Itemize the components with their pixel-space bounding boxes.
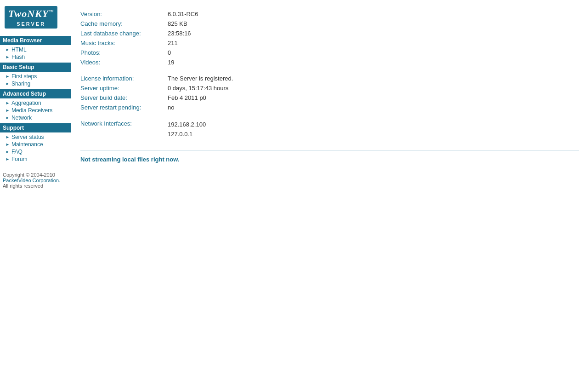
nav-item-faq[interactable]: ► FAQ [0, 148, 71, 155]
info-row: Cache memory:825 KB [80, 19, 202, 29]
spacer-row [80, 67, 202, 74]
info-value: 825 KB [168, 19, 202, 29]
license-value: no [168, 103, 237, 112]
divider [80, 150, 579, 150]
arrow-icon: ► [6, 108, 10, 113]
section-advanced-setup: Advanced Setup [0, 89, 71, 98]
nav-link-media-receivers[interactable]: Media Receivers [11, 107, 52, 114]
nav-link-aggregation[interactable]: Aggregation [11, 100, 41, 106]
info-value: 211 [168, 38, 202, 48]
section-basic-setup: Basic Setup [0, 63, 71, 72]
info-label: Cache memory: [80, 19, 168, 29]
info-label: Music tracks: [80, 38, 168, 48]
arrow-icon: ► [6, 157, 10, 161]
arrow-icon: ► [6, 135, 10, 139]
license-table: License information:The Server is regist… [80, 74, 237, 119]
logo-box: TwoNKY™ SERVER [5, 6, 57, 29]
copyright: Copyright © 2004-2010 PacketVideo Corpor… [0, 167, 71, 193]
info-label: Last database change: [80, 29, 168, 38]
license-row: Server uptime:0 days, 15:17:43 hours [80, 83, 237, 93]
nav-link-first-steps[interactable]: First steps [11, 73, 37, 80]
nav-item-flash[interactable]: ► Flash [0, 53, 71, 61]
arrow-icon: ► [6, 55, 10, 59]
license-row: Server build date:Feb 4 2011 p0 [80, 93, 237, 103]
nav-link-faq[interactable]: FAQ [11, 149, 23, 155]
nav-item-server-status[interactable]: ► Server status [0, 133, 71, 141]
nav-link-flash[interactable]: Flash [11, 54, 25, 60]
nav-item-first-steps[interactable]: ► First steps [0, 73, 71, 80]
nav-link-maintenance[interactable]: Maintenance [11, 141, 43, 148]
sidebar: TwoNKY™ SERVER Media Browser ► HTML ► Fl… [0, 0, 71, 368]
info-row: Last database change:23:58:16 [80, 29, 202, 38]
license-row: License information:The Server is regist… [80, 74, 237, 83]
nav-item-aggregation[interactable]: ► Aggregation [0, 99, 71, 107]
arrow-icon: ► [6, 150, 10, 154]
arrow-icon: ► [6, 142, 10, 147]
logo-server: SERVER [8, 20, 54, 27]
license-label: Server uptime: [80, 83, 168, 93]
nav-link-forum[interactable]: Forum [11, 156, 28, 162]
nav-link-server-status[interactable]: Server status [11, 134, 44, 140]
copyright-company[interactable]: PacketVideo Corporation. [3, 178, 60, 183]
nav-item-html[interactable]: ► HTML [0, 46, 71, 53]
arrow-icon: ► [6, 74, 10, 79]
license-label: Server restart pending: [80, 103, 168, 112]
network-ips: 192.168.2.100127.0.0.1 [168, 119, 209, 141]
info-value: 6.0.31-RC6 [168, 9, 202, 19]
info-row: Music tracks:211 [80, 38, 202, 48]
logo-area: TwoNKY™ SERVER [0, 2, 71, 34]
license-label: Server build date: [80, 93, 168, 103]
nav-link-sharing[interactable]: Sharing [11, 80, 30, 87]
spacer-row [80, 112, 237, 119]
section-media-browser: Media Browser [0, 36, 71, 45]
nav-item-maintenance[interactable]: ► Maintenance [0, 141, 71, 148]
info-row: Version:6.0.31-RC6 [80, 9, 202, 19]
network-table: Network Interfaces: 192.168.2.100127.0.0… [80, 119, 209, 141]
info-value: 19 [168, 58, 202, 67]
info-label: Photos: [80, 48, 168, 58]
copyright-line2: All rights reserved [3, 183, 43, 189]
info-label: Videos: [80, 58, 168, 67]
main-content: Version:6.0.31-RC6Cache memory:825 KBLas… [71, 0, 588, 368]
license-value: 0 days, 15:17:43 hours [168, 83, 237, 93]
license-value: Feb 4 2011 p0 [168, 93, 237, 103]
license-row: Server restart pending:no [80, 103, 237, 112]
streaming-status: Not streaming local files right now. [80, 156, 579, 163]
copyright-line1: Copyright © 2004-2010 [3, 172, 55, 178]
section-support: Support [0, 123, 71, 132]
arrow-icon: ► [6, 81, 10, 86]
arrow-icon: ► [6, 47, 10, 52]
network-interfaces-row: Network Interfaces: 192.168.2.100127.0.0… [80, 119, 209, 141]
info-row: Videos:19 [80, 58, 202, 67]
info-table: Version:6.0.31-RC6Cache memory:825 KBLas… [80, 9, 202, 74]
arrow-icon: ► [6, 115, 10, 120]
license-label: License information: [80, 74, 168, 83]
info-label: Version: [80, 9, 168, 19]
nav-link-html[interactable]: HTML [11, 46, 27, 53]
nav-link-network[interactable]: Network [11, 115, 32, 121]
info-row: Photos:0 [80, 48, 202, 58]
info-value: 0 [168, 48, 202, 58]
nav-item-forum[interactable]: ► Forum [0, 155, 71, 163]
nav-item-media-receivers[interactable]: ► Media Receivers [0, 107, 71, 114]
network-label: Network Interfaces: [80, 119, 168, 141]
license-value: The Server is registered. [168, 74, 237, 83]
nav-item-sharing[interactable]: ► Sharing [0, 80, 71, 87]
nav-item-network[interactable]: ► Network [0, 114, 71, 121]
arrow-icon: ► [6, 101, 10, 105]
info-value: 23:58:16 [168, 29, 202, 38]
logo-twonky: TwoNKY™ [8, 8, 54, 20]
